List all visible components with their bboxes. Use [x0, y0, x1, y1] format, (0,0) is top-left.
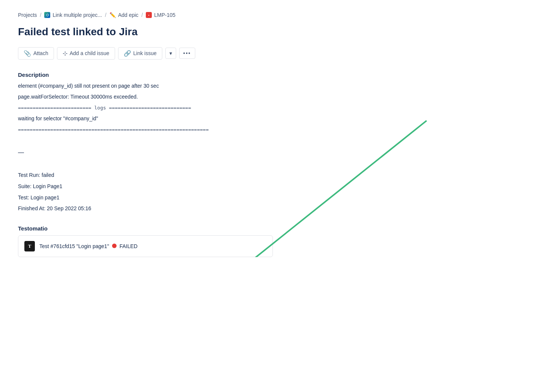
link-icon: 🔗 [124, 50, 131, 57]
pencil-icon: ✏️ [109, 12, 116, 18]
breadcrumb: Projects / ⬡ Link multiple projec... / ✏… [18, 12, 533, 18]
breadcrumb-link-project[interactable]: ⬡ Link multiple projec... [44, 12, 102, 18]
attach-icon: 📎 [24, 50, 31, 57]
breadcrumb-sep-3: / [141, 12, 143, 18]
breadcrumb-sep-1: / [40, 12, 42, 18]
lmp-icon: ▪ [146, 12, 152, 18]
desc-dash: — [18, 147, 533, 157]
testomatio-logo: T [24, 241, 35, 251]
testomatio-heading: Testomatio [18, 225, 533, 232]
desc-line-2: page.waitForSelector: Timeout 30000ms ex… [18, 93, 533, 102]
add-child-issue-button[interactable]: ⊹ Add a child issue [57, 47, 115, 60]
desc-line-7: Finished At: 20 Sep 2022 05:16 [18, 204, 533, 213]
breadcrumb-add-epic[interactable]: ✏️ Add epic [109, 12, 138, 18]
lmp-label: LMP-105 [154, 12, 175, 18]
status-label: FAILED [120, 243, 138, 249]
link-issue-label: Link issue [133, 50, 157, 56]
projects-label: Projects [18, 12, 37, 18]
description-content: element (#company_id) still not present … [18, 82, 533, 214]
attach-button[interactable]: 📎 Attach [18, 47, 54, 60]
testomatio-card-text: Test #761cfd15 "Login page1" FAILED [39, 243, 138, 249]
toolbar: 📎 Attach ⊹ Add a child issue 🔗 Link issu… [18, 47, 533, 60]
project-icon: ⬡ [44, 12, 50, 18]
desc-separator-1: ========================= logs =========… [18, 104, 533, 112]
dropdown-button[interactable]: ▾ [165, 48, 176, 59]
description-heading: Description [18, 72, 533, 78]
breadcrumb-lmp[interactable]: ▪ LMP-105 [146, 12, 175, 18]
description-section: Description element (#company_id) still … [18, 72, 533, 214]
desc-line-3: waiting for selector "#company_id" [18, 114, 533, 123]
more-options-button[interactable]: ••• [179, 48, 195, 59]
add-child-icon: ⊹ [63, 50, 67, 57]
add-child-label: Add a child issue [70, 50, 109, 56]
page-title: Failed test linked to Jira [18, 25, 533, 38]
link-issue-button[interactable]: 🔗 Link issue [118, 47, 162, 60]
chevron-down-icon: ▾ [169, 50, 172, 56]
testomatio-section: Testomatio T Test #761cfd15 "Login page1… [18, 225, 533, 257]
desc-line-4: Test Run: failed [18, 171, 533, 180]
desc-line-5: Suite: Login Page1 [18, 182, 533, 191]
desc-line-1: element (#company_id) still not present … [18, 82, 533, 91]
desc-line-6: Test: Login page1 [18, 193, 533, 202]
desc-separator-2: ========================================… [18, 126, 533, 134]
add-epic-label: Add epic [118, 12, 138, 18]
more-icon: ••• [183, 50, 191, 56]
attach-label: Attach [33, 50, 48, 56]
breadcrumb-link-label: Link multiple projec... [52, 12, 102, 18]
breadcrumb-projects[interactable]: Projects [18, 12, 37, 18]
breadcrumb-sep-2: / [105, 12, 106, 18]
testomatio-card[interactable]: T Test #761cfd15 "Login page1" FAILED [18, 235, 273, 257]
failed-dot-icon [112, 244, 117, 248]
